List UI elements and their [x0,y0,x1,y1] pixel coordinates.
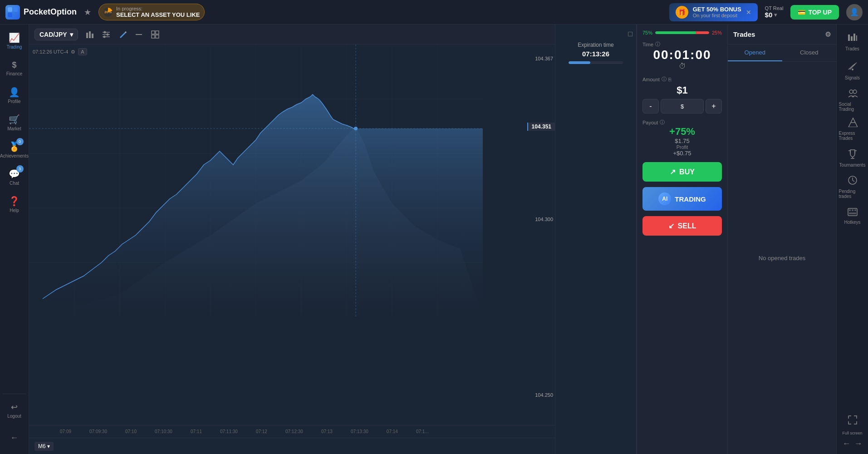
ai-icon: AI [658,192,671,205]
topup-icon: 💳 [798,9,805,16]
price-mid: 104.300 [533,217,555,222]
star-icon[interactable]: ★ [84,7,91,17]
sidebar-label-trading: Trading [7,44,22,49]
sidebar-label-profile: Profile [8,99,20,104]
buy-label: BUY [679,168,695,176]
sidebar-item-finance[interactable]: $ Finance [2,55,27,81]
sidebar-item-achievements[interactable]: 🏅 Achievements 0 [2,137,27,163]
asset-selector[interactable]: CAD/JPY ▾ [34,29,78,40]
trades-tab-opened[interactable]: Opened [728,44,782,61]
sidebar-label-help: Help [10,208,19,213]
svg-rect-34 [848,35,850,41]
timeframe-selector[interactable]: M6 ▾ [34,442,54,451]
in-progress-label: In progress: [116,6,200,11]
line-tool-button[interactable] [132,27,146,42]
svg-point-9 [103,31,106,33]
right-item-hotkeys[interactable]: Hotkeys [839,202,866,230]
logo-text: PocketOption [24,7,77,17]
sidebar-item-profile[interactable]: 👤 Profile [2,83,27,108]
chart-settings-small-icon[interactable]: ⚙ [71,49,75,55]
amount-plus-button[interactable]: + [706,99,722,114]
svg-rect-15 [152,35,155,38]
amount-value: $1 [642,84,722,96]
svg-point-10 [106,33,108,35]
account-dropdown-icon[interactable]: ▾ [774,11,777,18]
direction-progress: 75% 25% [642,30,722,35]
chart-container: CAD/JPY ▾ [29,25,555,454]
fullscreen-button[interactable] [839,411,866,429]
right-item-signals[interactable]: Signals [839,57,866,84]
trades-tab-closed[interactable]: Closed [782,44,837,61]
svg-rect-4 [89,31,91,38]
sell-button[interactable]: ↙ SELL [642,216,722,236]
sidebar-item-left-arrow[interactable]: ← [2,425,27,450]
right-label-tournaments: Tournaments [839,163,866,168]
right-item-tournaments[interactable]: Tournaments [839,144,866,172]
account-balance: $0 [765,11,773,19]
chart-settings-button[interactable] [99,27,113,42]
right-item-social-trading[interactable]: Social Trading [839,86,866,114]
svg-line-47 [853,180,854,182]
ai-trading-button[interactable]: AI TRADING [642,187,722,211]
asset-name: CAD/JPY [39,31,67,38]
nav-left-arrow[interactable]: ← [843,439,851,449]
sidebar-item-market[interactable]: 🛒 Market [2,110,27,135]
sidebar-item-help[interactable]: ❓ Help [2,192,27,217]
pending-trades-icon [848,175,858,188]
expiration-label: Expiration time [578,42,613,48]
expiration-close-icon[interactable]: □ [628,30,633,38]
nav-right-arrow[interactable]: → [854,439,863,449]
tournaments-icon [848,149,858,161]
time-label-5: 07:11 [191,429,202,434]
sidebar-item-chat[interactable]: 💬 Chat 3 [2,164,27,190]
avatar[interactable]: 👤 [846,4,863,20]
chart-tools [83,27,162,42]
right-item-trades[interactable]: Trades [839,28,866,55]
time-label-6: 07:11:30 [220,429,238,434]
bonus-close-icon[interactable]: ✕ [746,9,751,16]
svg-point-11 [103,35,105,38]
chat-badge: 3 [16,165,24,173]
signals-icon [848,62,858,74]
buy-arrow-icon: ↗ [670,168,676,176]
trades-title: Trades [733,30,755,38]
amount-section: Amount ⓘ ⎘ $1 - $ + [642,76,722,114]
sidebar-label-achievements: Achievements [0,153,29,158]
svg-rect-37 [856,35,857,41]
bonus-banner[interactable]: 🎁 GET 50% BONUS On your first deposit ✕ [669,3,758,21]
profit-label: Profit [642,144,722,150]
right-item-express-trades[interactable]: Express Trades [839,115,866,143]
sidebar-item-trading[interactable]: 📈 Trading [2,28,27,54]
time-label-11: 07:14 [387,429,398,434]
right-label-signals: Signals [845,75,860,80]
in-progress-badge[interactable]: 20% In progress: SELECT AN ASSET YOU LIK… [98,4,205,20]
grid-button[interactable] [148,27,162,42]
chart-type-button[interactable] [83,27,97,42]
topup-button[interactable]: 💳 TOP UP [790,5,839,20]
amount-minus-button[interactable]: - [642,99,659,114]
sell-label: SELL [678,222,696,230]
draw-tool-button[interactable] [115,27,130,42]
buy-button[interactable]: ↗ BUY [642,162,722,182]
current-price-badge: 104.351 [527,123,555,131]
right-item-pending-trades[interactable]: Pending trades [839,173,866,201]
expiration-time: 07:13:26 [582,50,609,58]
time-axis: 07:09 07:09:30 07:10 07:10:30 07:11 07:1… [29,425,555,438]
hotkeys-icon [848,208,858,218]
right-label-trades: Trades [845,46,859,51]
amount-dollar-button[interactable]: $ [661,99,704,114]
svg-rect-3 [86,33,88,38]
right-label-pending-trades: Pending trades [839,189,866,199]
ai-trading-label: TRADING [675,195,706,203]
time-label-7: 07:12 [256,429,267,434]
sidebar-label-chat: Chat [10,181,19,186]
expiration-progress-bar [569,61,623,64]
progress-bar [655,31,709,34]
trades-settings-icon[interactable]: ⚙ [825,30,831,39]
time-label-4: 07:10:30 [155,429,172,434]
in-progress-action: SELECT AN ASSET YOU LIKE [116,11,200,18]
finance-icon: $ [12,60,16,70]
sidebar-label-finance: Finance [6,71,23,76]
sidebar-item-logout[interactable]: ↩ Logout [2,398,27,423]
expiration-panel: □ Expiration time 07:13:26 [555,25,637,454]
